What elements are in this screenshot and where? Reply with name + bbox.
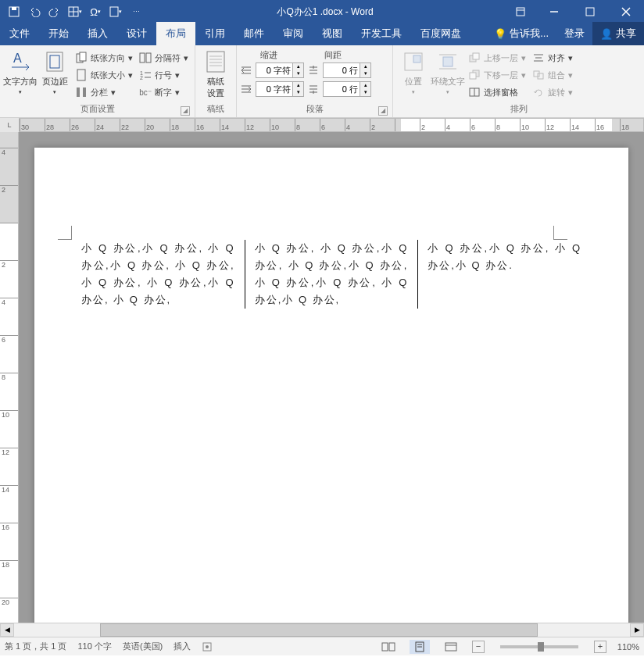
tab-baidu[interactable]: 百度网盘 [411, 22, 470, 45]
insert-mode[interactable]: 插入 [174, 641, 191, 652]
group-objects-button[interactable]: 组合 ▾ [529, 66, 576, 84]
ruler-tick: 2 [420, 119, 426, 131]
scroll-right-button[interactable]: ▶ [630, 623, 644, 637]
login-button[interactable]: 登录 [556, 22, 592, 45]
close-button[interactable] [608, 0, 644, 23]
tab-design[interactable]: 设计 [117, 22, 156, 45]
ribbon-tabs: 文件 开始 插入 设计 布局 引用 邮件 审阅 视图 开发工具 百度网盘 💡告诉… [0, 23, 644, 45]
size-icon [75, 69, 88, 81]
tab-developer[interactable]: 开发工具 [352, 22, 411, 45]
indent-right-input[interactable]: ▴▾ [256, 81, 304, 97]
column-2[interactable]: 小 Q 办公, 小 Q 办公,小 Q 办公, 小 Q 办公,小 Q 办公, 小 … [245, 240, 419, 309]
group-arrange-label: 排列 [396, 103, 641, 117]
space-after-input[interactable]: ▴▾ [323, 81, 371, 97]
read-mode-button[interactable] [378, 640, 399, 654]
horizontal-ruler[interactable]: 3028262422201816141210864224681012141618 [19, 118, 644, 132]
zoom-out-button[interactable]: − [472, 641, 485, 653]
selection-pane-button[interactable]: 选择窗格 [465, 84, 529, 101]
send-backward-button[interactable]: 下移一层 ▾ [465, 66, 529, 84]
scroll-thumb[interactable] [100, 623, 538, 637]
tab-home[interactable]: 开始 [39, 22, 78, 45]
vruler-tick [0, 223, 18, 223]
svg-rect-54 [445, 643, 456, 651]
zoom-slider[interactable] [500, 645, 578, 648]
paragraph-launcher[interactable]: ◢ [378, 106, 388, 116]
tab-review[interactable]: 审阅 [274, 22, 313, 45]
svg-text:2: 2 [140, 75, 143, 80]
columns-button[interactable]: 分栏 ▾ [72, 84, 136, 101]
print-layout-button[interactable] [410, 640, 430, 654]
web-layout-button[interactable] [441, 640, 461, 654]
align-button[interactable]: 对齐 ▾ [529, 49, 576, 66]
vruler-tick: 8 [0, 373, 18, 381]
group-paragraph: 缩进 间距 ▴▾ ▴▾ ▴▾ ▴▾ 段落◢ [237, 45, 393, 117]
bring-forward-button[interactable]: 上移一层 ▾ [465, 49, 529, 66]
qat-more-icon[interactable]: ⋯ [127, 2, 145, 21]
undo-icon[interactable] [25, 2, 44, 21]
tab-layout[interactable]: 布局 [156, 22, 195, 45]
column-1[interactable]: 小 Q 办公,小 Q 办公, 小 Q 办公,小 Q 办公, 小 Q 办公,小 Q… [72, 240, 245, 309]
page-indicator[interactable]: 第 1 页，共 1 页 [5, 641, 66, 652]
paper-settings-button[interactable]: 稿纸 设置 [199, 48, 233, 99]
line-numbers-button[interactable]: 12行号 ▾ [136, 66, 191, 84]
zoom-in-button[interactable]: + [594, 641, 606, 653]
maximize-button[interactable] [572, 0, 608, 23]
indent-left-input[interactable]: ▴▾ [256, 62, 304, 78]
page: 小 Q 办公,小 Q 办公, 小 Q 办公,小 Q 办公, 小 Q 办公,小 Q… [34, 148, 628, 623]
space-before-input[interactable]: ▴▾ [323, 62, 371, 78]
scroll-track[interactable] [14, 623, 630, 637]
align-icon [532, 52, 545, 64]
word-count[interactable]: 110 个字 [77, 641, 111, 652]
size-label: 纸张大小 [91, 70, 125, 81]
breaks-button[interactable]: 分隔符 ▾ [136, 49, 191, 66]
orientation-button[interactable]: 纸张方向 ▾ [72, 49, 136, 66]
svg-rect-39 [470, 73, 476, 79]
redo-icon[interactable] [45, 2, 64, 21]
margins-button[interactable]: 页边距▾ [38, 48, 72, 95]
breaks-icon [139, 52, 152, 64]
window-title: 小Q办公1 .docx - Word [145, 5, 505, 19]
tell-me[interactable]: 💡告诉我... [486, 22, 556, 45]
ribbon-display-icon[interactable] [505, 6, 536, 17]
ruler-tick: 18 [170, 119, 180, 131]
macro-icon[interactable] [202, 641, 213, 652]
wrap-label: 环绕文字 [431, 76, 465, 87]
table-icon[interactable]: ▾ [66, 2, 84, 21]
text-direction-button[interactable]: A 文字方向▾ [3, 48, 38, 95]
group-paper: 稿纸 设置 稿纸 [195, 45, 237, 117]
tab-view[interactable]: 视图 [313, 22, 352, 45]
language-indicator[interactable]: 英语(美国) [123, 641, 163, 652]
page-content[interactable]: 小 Q 办公,小 Q 办公, 小 Q 办公,小 Q 办公, 小 Q 办公,小 Q… [72, 240, 591, 309]
scroll-left-button[interactable]: ◀ [0, 623, 14, 637]
wrap-text-button[interactable]: 环绕文字▾ [431, 48, 465, 95]
svg-rect-17 [77, 70, 85, 80]
zoom-level[interactable]: 110% [617, 642, 639, 652]
size-button[interactable]: 纸张大小 ▾ [72, 66, 136, 84]
tab-file[interactable]: 文件 [0, 22, 39, 45]
document-viewport[interactable]: 小 Q 办公,小 Q 办公, 小 Q 办公,小 Q 办公, 小 Q 办公,小 Q… [19, 132, 644, 623]
group-icon [532, 69, 545, 81]
share-button[interactable]: 👤共享 [592, 22, 644, 45]
page-setup-launcher[interactable]: ◢ [181, 106, 190, 116]
svg-rect-50 [389, 643, 395, 651]
orientation-icon [75, 52, 88, 64]
svg-rect-26 [207, 52, 224, 72]
tab-references[interactable]: 引用 [195, 22, 234, 45]
vertical-ruler[interactable]: 422468101214161820 [0, 132, 19, 623]
column-3[interactable]: 小 Q 办公,小 Q 办公, 小 Q 办公,小 Q 办公. [418, 240, 591, 309]
margin-corner-tr [553, 226, 567, 240]
ruler-tick: 22 [120, 119, 130, 131]
send-backward-label: 下移一层 [484, 70, 518, 81]
new-doc-icon[interactable]: ▾ [106, 2, 125, 21]
ruler-tick: 14 [220, 119, 230, 131]
rotate-button[interactable]: 旋转 ▾ [529, 84, 576, 101]
save-icon[interactable] [5, 2, 23, 21]
vruler-tick: 6 [0, 335, 18, 344]
tab-mailings[interactable]: 邮件 [234, 22, 274, 45]
tab-insert[interactable]: 插入 [78, 22, 117, 45]
hyphenation-button[interactable]: bc⁻断字 ▾ [136, 84, 191, 101]
zoom-knob[interactable] [538, 642, 544, 652]
minimize-button[interactable] [536, 0, 572, 23]
position-button[interactable]: 位置▾ [396, 48, 431, 95]
symbol-icon[interactable]: Ω▾ [86, 2, 105, 21]
